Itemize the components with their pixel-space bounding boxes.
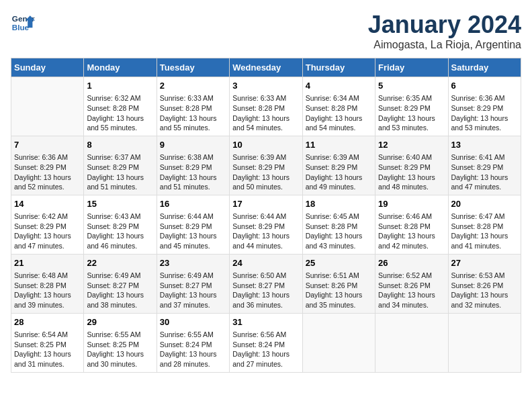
day-cell: 31Sunrise: 6:56 AM Sunset: 8:24 PM Dayli… [230,313,302,372]
logo-icon: General Blue [11,11,35,35]
day-info: Sunrise: 6:52 AM Sunset: 8:26 PM Dayligh… [378,271,445,310]
day-cell: 9Sunrise: 6:38 AM Sunset: 8:29 PM Daylig… [157,136,229,195]
day-info: Sunrise: 6:33 AM Sunset: 8:28 PM Dayligh… [232,93,299,133]
day-info: Sunrise: 6:54 AM Sunset: 8:25 PM Dayligh… [14,330,81,369]
day-number: 30 [160,316,226,328]
day-number: 10 [232,139,299,151]
day-number: 22 [87,257,153,269]
header-cell-wednesday: Wednesday [230,58,302,77]
day-cell [448,313,521,372]
day-cell: 12Sunrise: 6:40 AM Sunset: 8:29 PM Dayli… [375,136,448,195]
day-info: Sunrise: 6:55 AM Sunset: 8:24 PM Dayligh… [160,330,226,369]
day-number: 8 [87,139,153,151]
day-number: 14 [14,198,81,210]
day-info: Sunrise: 6:34 AM Sunset: 8:28 PM Dayligh… [306,93,372,133]
day-info: Sunrise: 6:49 AM Sunset: 8:27 PM Dayligh… [160,271,226,310]
header-cell-saturday: Saturday [448,58,521,77]
day-number: 6 [451,80,518,92]
page-title: January 2024 [368,11,521,39]
day-info: Sunrise: 6:40 AM Sunset: 8:29 PM Dayligh… [378,152,445,192]
day-cell: 21Sunrise: 6:48 AM Sunset: 8:28 PM Dayli… [11,254,84,313]
day-number: 23 [160,257,226,269]
day-cell: 17Sunrise: 6:44 AM Sunset: 8:29 PM Dayli… [230,195,302,254]
day-cell: 23Sunrise: 6:49 AM Sunset: 8:27 PM Dayli… [157,254,229,313]
week-row-5: 28Sunrise: 6:54 AM Sunset: 8:25 PM Dayli… [11,313,521,372]
day-cell: 16Sunrise: 6:44 AM Sunset: 8:29 PM Dayli… [157,195,229,254]
day-info: Sunrise: 6:43 AM Sunset: 8:29 PM Dayligh… [87,212,153,251]
day-number: 2 [160,80,226,92]
day-number: 18 [306,198,372,210]
header-cell-friday: Friday [375,58,448,77]
day-number: 28 [14,316,81,328]
day-number: 3 [232,80,299,92]
day-cell: 27Sunrise: 6:53 AM Sunset: 8:26 PM Dayli… [448,254,521,313]
header-cell-monday: Monday [84,58,157,77]
week-row-1: 1Sunrise: 6:32 AM Sunset: 8:28 PM Daylig… [11,77,521,136]
header-row: SundayMondayTuesdayWednesdayThursdayFrid… [11,58,521,77]
day-number: 11 [306,139,372,151]
day-info: Sunrise: 6:49 AM Sunset: 8:27 PM Dayligh… [87,271,153,310]
day-info: Sunrise: 6:51 AM Sunset: 8:26 PM Dayligh… [306,271,372,310]
day-info: Sunrise: 6:53 AM Sunset: 8:26 PM Dayligh… [451,271,518,310]
day-info: Sunrise: 6:38 AM Sunset: 8:29 PM Dayligh… [160,152,226,192]
svg-text:Blue: Blue [12,23,30,32]
title-block: January 2024 Aimogasta, La Rioja, Argent… [368,11,521,51]
day-number: 7 [14,139,81,151]
day-cell: 5Sunrise: 6:35 AM Sunset: 8:29 PM Daylig… [375,77,448,136]
week-row-4: 21Sunrise: 6:48 AM Sunset: 8:28 PM Dayli… [11,254,521,313]
day-cell: 28Sunrise: 6:54 AM Sunset: 8:25 PM Dayli… [11,313,84,372]
day-info: Sunrise: 6:37 AM Sunset: 8:29 PM Dayligh… [87,152,153,192]
day-number: 15 [87,198,153,210]
day-info: Sunrise: 6:42 AM Sunset: 8:29 PM Dayligh… [14,212,81,251]
day-number: 25 [306,257,372,269]
day-number: 9 [160,139,226,151]
week-row-2: 7Sunrise: 6:36 AM Sunset: 8:29 PM Daylig… [11,136,521,195]
day-cell: 8Sunrise: 6:37 AM Sunset: 8:29 PM Daylig… [84,136,157,195]
day-info: Sunrise: 6:35 AM Sunset: 8:29 PM Dayligh… [378,93,445,133]
day-number: 13 [451,139,518,151]
day-cell [11,77,84,136]
day-number: 31 [232,316,299,328]
day-cell: 3Sunrise: 6:33 AM Sunset: 8:28 PM Daylig… [230,77,302,136]
day-number: 20 [451,198,518,210]
day-number: 29 [87,316,153,328]
day-info: Sunrise: 6:36 AM Sunset: 8:29 PM Dayligh… [451,93,518,133]
day-number: 21 [14,257,81,269]
day-info: Sunrise: 6:50 AM Sunset: 8:27 PM Dayligh… [232,271,299,310]
day-cell: 22Sunrise: 6:49 AM Sunset: 8:27 PM Dayli… [84,254,157,313]
day-cell: 20Sunrise: 6:47 AM Sunset: 8:28 PM Dayli… [448,195,521,254]
day-number: 24 [232,257,299,269]
day-number: 1 [87,80,153,92]
day-cell: 25Sunrise: 6:51 AM Sunset: 8:26 PM Dayli… [302,254,375,313]
day-info: Sunrise: 6:39 AM Sunset: 8:29 PM Dayligh… [306,152,372,192]
day-number: 12 [378,139,445,151]
day-info: Sunrise: 6:55 AM Sunset: 8:25 PM Dayligh… [87,330,153,369]
day-cell: 2Sunrise: 6:33 AM Sunset: 8:28 PM Daylig… [157,77,229,136]
day-cell: 6Sunrise: 6:36 AM Sunset: 8:29 PM Daylig… [448,77,521,136]
day-info: Sunrise: 6:44 AM Sunset: 8:29 PM Dayligh… [160,212,226,251]
day-cell: 19Sunrise: 6:46 AM Sunset: 8:28 PM Dayli… [375,195,448,254]
day-info: Sunrise: 6:46 AM Sunset: 8:28 PM Dayligh… [378,212,445,251]
day-info: Sunrise: 6:39 AM Sunset: 8:29 PM Dayligh… [232,152,299,192]
day-info: Sunrise: 6:41 AM Sunset: 8:29 PM Dayligh… [451,152,518,192]
day-info: Sunrise: 6:48 AM Sunset: 8:28 PM Dayligh… [14,271,81,310]
day-number: 17 [232,198,299,210]
calendar-table: SundayMondayTuesdayWednesdayThursdayFrid… [11,58,521,373]
day-cell: 18Sunrise: 6:45 AM Sunset: 8:28 PM Dayli… [302,195,375,254]
week-row-3: 14Sunrise: 6:42 AM Sunset: 8:29 PM Dayli… [11,195,521,254]
day-info: Sunrise: 6:33 AM Sunset: 8:28 PM Dayligh… [160,93,226,133]
day-info: Sunrise: 6:44 AM Sunset: 8:29 PM Dayligh… [232,212,299,251]
day-cell [302,313,375,372]
header-cell-sunday: Sunday [11,58,84,77]
day-cell: 26Sunrise: 6:52 AM Sunset: 8:26 PM Dayli… [375,254,448,313]
day-cell: 1Sunrise: 6:32 AM Sunset: 8:28 PM Daylig… [84,77,157,136]
day-cell: 4Sunrise: 6:34 AM Sunset: 8:28 PM Daylig… [302,77,375,136]
day-cell: 29Sunrise: 6:55 AM Sunset: 8:25 PM Dayli… [84,313,157,372]
header-cell-tuesday: Tuesday [157,58,229,77]
day-info: Sunrise: 6:47 AM Sunset: 8:28 PM Dayligh… [451,212,518,251]
day-cell: 11Sunrise: 6:39 AM Sunset: 8:29 PM Dayli… [302,136,375,195]
day-info: Sunrise: 6:32 AM Sunset: 8:28 PM Dayligh… [87,93,153,133]
day-cell: 10Sunrise: 6:39 AM Sunset: 8:29 PM Dayli… [230,136,302,195]
page-header: General Blue January 2024 Aimogasta, La … [11,11,521,51]
header-cell-thursday: Thursday [302,58,375,77]
